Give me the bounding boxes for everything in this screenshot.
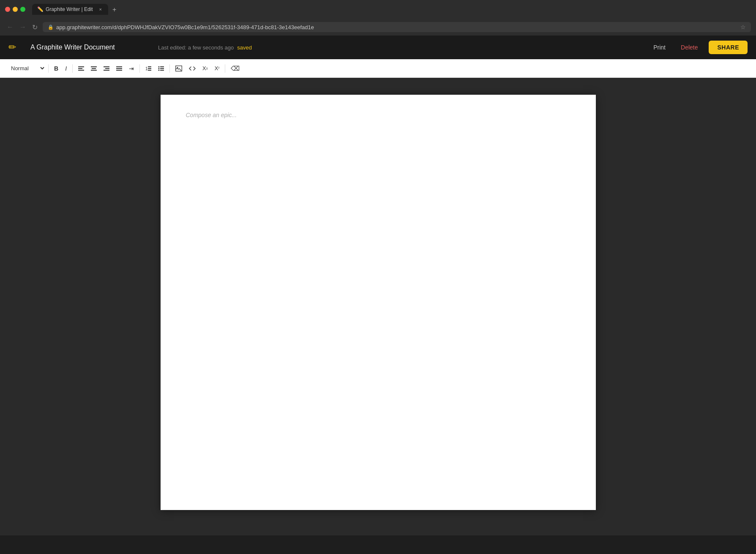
active-tab[interactable]: ✏️ Graphite Writer | Edit × [32, 4, 108, 15]
app-logo: ✏ [8, 42, 16, 53]
svg-rect-4 [92, 68, 96, 69]
svg-rect-3 [91, 66, 97, 67]
svg-rect-21 [160, 70, 164, 71]
clear-formatting-button[interactable]: ⌫ [228, 63, 243, 73]
logo-icon: ✏ [8, 42, 16, 53]
toolbar-separator-1 [48, 64, 49, 73]
tab-bar: ✏️ Graphite Writer | Edit × + [32, 4, 120, 15]
editor-area: Compose an epic... [0, 78, 756, 535]
header-actions: Print Delete SHARE [649, 41, 748, 54]
align-right-button[interactable] [101, 64, 112, 73]
style-select[interactable]: Normal Heading 1 Heading 2 Heading 3 [7, 63, 46, 74]
subscript-button[interactable]: X₂ [199, 64, 211, 73]
minimize-traffic-light[interactable] [13, 7, 18, 12]
svg-rect-20 [160, 68, 164, 69]
indent-button[interactable]: ⇥ [126, 64, 137, 73]
save-status: Last edited: a few seconds ago saved [158, 44, 252, 51]
toolbar-separator-4 [169, 64, 170, 73]
svg-point-17 [158, 68, 160, 69]
svg-rect-2 [78, 70, 84, 71]
reload-button[interactable]: ↻ [30, 22, 39, 32]
svg-rect-19 [160, 66, 164, 67]
image-button[interactable] [172, 64, 185, 73]
svg-rect-10 [116, 68, 122, 69]
traffic-lights [5, 7, 25, 12]
print-button[interactable]: Print [649, 41, 670, 53]
svg-rect-13 [148, 66, 151, 67]
svg-rect-5 [91, 70, 97, 71]
code-button[interactable] [186, 64, 199, 73]
editor-placeholder: Compose an epic... [186, 112, 237, 118]
svg-rect-8 [104, 70, 109, 71]
italic-button[interactable]: I [62, 64, 70, 73]
svg-rect-7 [105, 68, 109, 69]
back-button[interactable]: ← [5, 22, 15, 32]
browser-chrome: ✏️ Graphite Writer | Edit × + ← → ↻ 🔒 ap… [0, 0, 756, 36]
superscript-button[interactable]: X² [212, 64, 223, 73]
delete-button[interactable]: Delete [677, 41, 702, 53]
svg-rect-1 [78, 68, 82, 69]
nav-buttons: ← → ↻ [5, 22, 39, 32]
saved-badge: saved [237, 44, 252, 51]
svg-rect-15 [148, 70, 151, 71]
editor-toolbar: Normal Heading 1 Heading 2 Heading 3 B I… [0, 59, 756, 78]
maximize-traffic-light[interactable] [20, 7, 25, 12]
svg-point-18 [158, 69, 160, 71]
svg-rect-6 [104, 66, 109, 67]
tab-close-button[interactable]: × [98, 6, 103, 12]
ordered-list-button[interactable]: 1. [142, 64, 154, 73]
bookmark-icon[interactable]: ☆ [740, 24, 746, 30]
bold-button[interactable]: B [51, 64, 61, 73]
document-content[interactable] [186, 112, 570, 493]
forward-button[interactable]: → [18, 22, 28, 32]
close-traffic-light[interactable] [5, 7, 10, 12]
tab-favicon: ✏️ [37, 6, 43, 12]
lock-icon: 🔒 [48, 25, 54, 30]
svg-rect-0 [78, 66, 84, 67]
document-title-input[interactable] [26, 41, 145, 54]
pencil-icon: ✏️ [37, 6, 44, 12]
svg-rect-9 [116, 66, 122, 67]
last-edited-label: Last edited: a few seconds ago [158, 44, 234, 51]
unordered-list-button[interactable] [155, 64, 167, 73]
browser-titlebar: ✏️ Graphite Writer | Edit × + [0, 0, 756, 19]
browser-addressbar: ← → ↻ 🔒 app.graphitewriter.com/d/dphPDWH… [0, 19, 756, 36]
toolbar-separator-3 [139, 64, 140, 73]
document-page: Compose an epic... [161, 95, 596, 510]
align-center-button[interactable] [88, 64, 100, 73]
justify-button[interactable] [113, 64, 125, 73]
new-tab-button[interactable]: + [109, 5, 120, 15]
toolbar-separator-5 [225, 64, 225, 73]
toolbar-separator-2 [72, 64, 73, 73]
address-text: app.graphitewriter.com/d/dphPDWHJfDakVZV… [56, 24, 738, 30]
svg-rect-11 [116, 70, 122, 71]
app-header: ✏ Last edited: a few seconds ago saved P… [0, 36, 756, 59]
tab-title: Graphite Writer | Edit [46, 6, 96, 12]
svg-rect-14 [148, 68, 151, 69]
align-left-button[interactable] [75, 64, 87, 73]
share-button[interactable]: SHARE [709, 41, 748, 54]
svg-point-16 [158, 66, 160, 67]
address-bar[interactable]: 🔒 app.graphitewriter.com/d/dphPDWHJfDakV… [43, 22, 751, 32]
